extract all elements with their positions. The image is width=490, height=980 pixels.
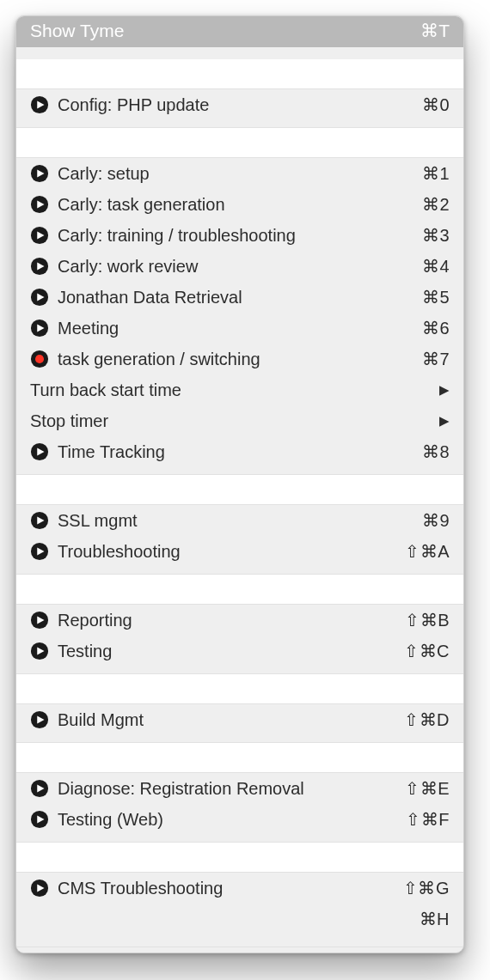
spacer bbox=[16, 735, 463, 742]
menu-item-label: Troubleshooting bbox=[58, 539, 405, 563]
menu-item[interactable]: Build Mgmt⇧⌘D bbox=[16, 704, 463, 735]
quit-menu-item[interactable]: Quit Tyme ⌘Q bbox=[16, 947, 463, 953]
menu-item-shortcut: ⇧⌘E bbox=[405, 776, 450, 800]
menu-panel: Show Tyme ⌘T Config: PHP update⌘0Carly: … bbox=[15, 15, 464, 953]
menu-item-label: Carly: task generation bbox=[58, 192, 422, 216]
play-icon bbox=[30, 288, 49, 307]
menu-item[interactable]: Carly: task generation⌘2 bbox=[16, 189, 463, 220]
play-icon bbox=[30, 710, 49, 729]
submenu-arrow-icon: ▶ bbox=[439, 409, 450, 433]
menu-item-shortcut: ⌘5 bbox=[422, 285, 450, 309]
menu-item[interactable]: ⌘H bbox=[16, 904, 463, 934]
play-icon bbox=[30, 257, 49, 276]
group-header bbox=[16, 127, 463, 158]
menu-item[interactable]: Reporting⇧⌘B bbox=[16, 605, 463, 636]
menu-item[interactable]: CMS Troubleshooting⇧⌘G bbox=[16, 873, 463, 904]
menu-item-shortcut: ⇧⌘A bbox=[405, 539, 450, 563]
menu-item-shortcut: ⌘0 bbox=[422, 93, 450, 117]
menu-header-shortcut: ⌘T bbox=[420, 21, 450, 41]
menu-item-shortcut: ⌘1 bbox=[422, 161, 450, 186]
menu-item-label: Jonathan Data Retrieval bbox=[58, 285, 422, 309]
menu-item[interactable]: Troubleshooting⇧⌘A bbox=[16, 536, 463, 567]
menu-item-label: Reporting bbox=[58, 608, 405, 632]
menu-item[interactable]: Carly: training / troubleshooting⌘3 bbox=[16, 220, 463, 251]
menu-item-label: CMS Troubleshooting bbox=[58, 876, 403, 900]
group-header bbox=[16, 842, 463, 873]
menu-item[interactable]: Carly: setup⌘1 bbox=[16, 158, 463, 189]
spacer bbox=[16, 47, 463, 59]
play-icon bbox=[30, 442, 49, 461]
spacer bbox=[16, 835, 463, 842]
menu-item[interactable]: Diagnose: Registration Removal⇧⌘E bbox=[16, 773, 463, 804]
menu-item-shortcut: ⇧⌘D bbox=[404, 708, 450, 732]
menu-item-label: Carly: training / troubleshooting bbox=[58, 223, 422, 247]
menu-item-label: Config: PHP update bbox=[58, 93, 422, 117]
menu-item[interactable]: Testing⇧⌘C bbox=[16, 636, 463, 667]
menu-item-shortcut: ⇧⌘B bbox=[405, 608, 450, 632]
menu-item-shortcut: ⌘8 bbox=[422, 440, 450, 464]
play-icon bbox=[30, 779, 49, 798]
menu-item-label: Carly: setup bbox=[58, 161, 422, 186]
menu-item-label: task generation / switching bbox=[58, 347, 422, 371]
play-icon bbox=[30, 542, 49, 561]
play-icon bbox=[30, 95, 49, 114]
play-icon bbox=[30, 511, 49, 530]
menu-item-shortcut: ⌘3 bbox=[422, 223, 450, 247]
menu-item[interactable]: task generation / switching⌘7 bbox=[16, 344, 463, 374]
play-icon bbox=[30, 642, 49, 660]
play-icon bbox=[30, 319, 49, 338]
menu-item-label: Testing (Web) bbox=[58, 807, 406, 831]
play-icon bbox=[30, 879, 49, 898]
menu-header[interactable]: Show Tyme ⌘T bbox=[16, 16, 463, 47]
menu-item[interactable]: Stop timer▶ bbox=[16, 405, 463, 436]
menu-item[interactable]: Carly: work review⌘4 bbox=[16, 251, 463, 282]
play-icon bbox=[30, 164, 49, 183]
svg-point-15 bbox=[35, 355, 44, 363]
record-icon bbox=[30, 350, 49, 368]
menu-item-label: Testing bbox=[58, 639, 404, 663]
menu-item-label: Diagnose: Registration Removal bbox=[58, 776, 405, 800]
menu-item-shortcut: ⌘9 bbox=[422, 508, 450, 533]
menu-item-label: Time Tracking bbox=[58, 440, 422, 464]
spacer bbox=[16, 567, 463, 574]
group-header bbox=[16, 742, 463, 773]
group-header bbox=[16, 574, 463, 605]
menu-item[interactable]: Testing (Web)⇧⌘F bbox=[16, 804, 463, 835]
spacer bbox=[16, 467, 463, 474]
menu-item-shortcut: ⌘2 bbox=[422, 192, 450, 216]
menu-item-label: Build Mgmt bbox=[58, 708, 404, 732]
play-icon bbox=[30, 611, 49, 630]
spacer bbox=[16, 934, 463, 941]
menu-item[interactable]: Jonathan Data Retrieval⌘5 bbox=[16, 282, 463, 313]
group-header bbox=[16, 474, 463, 505]
menu-body: Config: PHP update⌘0Carly: setup⌘1Carly:… bbox=[16, 59, 463, 941]
menu-item[interactable]: Turn back start time▶ bbox=[16, 374, 463, 405]
play-icon bbox=[30, 810, 49, 829]
menu-item[interactable]: SSL mgmt⌘9 bbox=[16, 505, 463, 536]
menu-item[interactable]: Meeting⌘6 bbox=[16, 313, 463, 344]
submenu-arrow-icon: ▶ bbox=[439, 378, 450, 402]
play-icon bbox=[30, 226, 49, 245]
menu-item-shortcut: ⌘H bbox=[420, 907, 450, 931]
play-icon bbox=[30, 195, 49, 214]
spacer bbox=[16, 667, 463, 673]
menu-item-shortcut: ⇧⌘F bbox=[406, 807, 450, 831]
menu-item-label: Turn back start time bbox=[30, 378, 439, 402]
group-header bbox=[16, 59, 463, 89]
menu-item-label: Stop timer bbox=[30, 409, 439, 433]
group-header bbox=[16, 673, 463, 704]
menu-item-shortcut: ⌘6 bbox=[422, 316, 450, 340]
menu-item[interactable]: Time Tracking⌘8 bbox=[16, 436, 463, 467]
menu-item-label: Carly: work review bbox=[58, 254, 422, 278]
menu-item-shortcut: ⌘4 bbox=[422, 254, 450, 278]
menu-item-shortcut: ⌘7 bbox=[422, 347, 450, 371]
menu-item[interactable]: Config: PHP update⌘0 bbox=[16, 89, 463, 120]
menu-header-label: Show Tyme bbox=[30, 21, 124, 41]
menu-item-shortcut: ⇧⌘C bbox=[404, 639, 450, 663]
spacer bbox=[16, 120, 463, 127]
menu-item-label: Meeting bbox=[58, 316, 422, 340]
menu-item-shortcut: ⇧⌘G bbox=[403, 876, 450, 900]
menu-item-label: SSL mgmt bbox=[58, 508, 422, 533]
